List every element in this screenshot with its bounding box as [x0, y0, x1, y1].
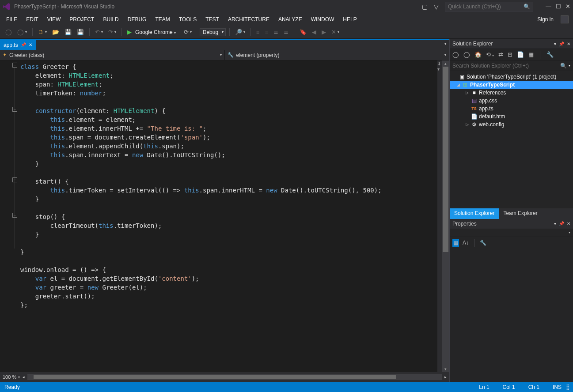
resize-grip-icon[interactable]: ⣿ [566, 384, 569, 390]
menu-view[interactable]: VIEW [43, 15, 65, 24]
hscroll-left-icon[interactable]: ◂ [23, 375, 25, 379]
tree-project-node[interactable]: ◢ ⊞ PhaserTypeScript [450, 81, 573, 89]
autohide-icon[interactable]: 📌 [559, 221, 564, 226]
minimize-button[interactable]: — [546, 3, 551, 10]
chevron-right-icon[interactable]: ▷ [465, 90, 469, 95]
search-icon[interactable]: 🔍 [524, 4, 530, 10]
tab-solution-explorer[interactable]: Solution Explorer [450, 208, 499, 219]
forward-icon[interactable]: ◯ [463, 51, 470, 58]
zoom-level[interactable]: 100 % [3, 374, 16, 380]
menu-team[interactable]: TEAM [151, 15, 174, 24]
run-target-dropdown[interactable]: Google Chrome [135, 29, 176, 35]
menu-project[interactable]: PROJECT [65, 15, 99, 24]
bookmark-button[interactable]: 🔖 [298, 28, 308, 36]
menu-analyze[interactable]: ANALYZE [274, 15, 307, 24]
close-panel-icon[interactable]: ✕ [567, 41, 570, 46]
categorized-icon[interactable]: ▦ [452, 239, 459, 247]
menu-tools[interactable]: TOOLS [175, 15, 201, 24]
tree-solution-node[interactable]: ▣ Solution 'PhaserTypeScript' (1 project… [450, 73, 573, 81]
clear-bookmarks-button[interactable]: ✕ [330, 28, 341, 36]
preview-icon[interactable]: 🔧 [546, 51, 554, 58]
back-icon[interactable]: ◯ [452, 51, 459, 58]
tree-item-webconfig[interactable]: ▷ ⚙ web.config [450, 121, 573, 128]
open-file-button[interactable]: 📂 [50, 28, 61, 36]
indent-button[interactable]: ≣ [272, 28, 280, 36]
browser-refresh-button[interactable]: ⟳ [182, 28, 194, 36]
redo-button[interactable]: ↷ [106, 28, 118, 36]
tree-item-references[interactable]: ▷ ■ References [450, 89, 573, 97]
solution-search-input[interactable] [452, 63, 560, 69]
menu-build[interactable]: BUILD [99, 15, 123, 24]
avatar-icon[interactable] [561, 15, 569, 23]
tree-item-appts[interactable]: TS app.ts [450, 105, 573, 113]
feedback-icon[interactable]: ▽ [434, 3, 439, 10]
uncomment-button[interactable]: ≡ [263, 28, 270, 36]
outdent-button[interactable]: ≣ [282, 28, 290, 36]
home-icon[interactable]: 🏠 [474, 51, 482, 58]
menu-debug[interactable]: DEBUG [123, 15, 151, 24]
menu-test[interactable]: TEST [201, 15, 224, 24]
vertical-scrollbar[interactable]: ▴ ▾ [442, 60, 449, 372]
tree-item-defaulthtm[interactable]: 📄 default.htm [450, 113, 573, 121]
code-editor[interactable]: class Greeter { element: HTMLElement; sp… [19, 60, 437, 372]
sign-in-link[interactable]: Sign in [533, 15, 558, 24]
status-ins[interactable]: INS [553, 384, 562, 390]
properties-icon[interactable]: ▦ [528, 51, 534, 58]
tab-team-explorer[interactable]: Team Explorer [499, 208, 542, 219]
sync-icon[interactable]: ⟲ [486, 51, 494, 58]
pin-icon[interactable]: 📌 [21, 42, 26, 47]
alphabetical-icon[interactable]: A↓ [463, 240, 469, 246]
quick-launch-input[interactable] [448, 4, 524, 10]
zoom-dropdown-icon[interactable]: ▾ [18, 375, 20, 379]
undo-button[interactable]: ↶ [93, 28, 105, 36]
find-in-files-button[interactable]: 🔎 [233, 28, 247, 36]
fold-toggle[interactable]: − [12, 177, 17, 182]
nav-forward-button[interactable]: ◯ [15, 28, 29, 36]
menu-file[interactable]: FILE [2, 15, 22, 24]
prev-bookmark-button[interactable]: ◀ [310, 28, 318, 36]
save-all-button[interactable]: 💾 [75, 28, 86, 36]
nav-member-dropdown[interactable]: 🔧 element (property) [225, 50, 450, 60]
notifications-icon[interactable]: ▢ [422, 3, 428, 10]
refresh-icon[interactable]: ⇄ [498, 51, 503, 58]
menu-architecture[interactable]: ARCHITECTURE [224, 15, 274, 24]
expand-icon[interactable]: ▾ [437, 67, 442, 71]
dropdown-icon[interactable]: ▾ [569, 230, 570, 234]
editor-tab-appts[interactable]: app.ts 📌 ✕ [0, 40, 36, 50]
solution-search[interactable]: 🔍 ▾ [450, 60, 573, 71]
split-handle[interactable]: ⬍ ▾ [437, 60, 442, 372]
collapse-all-icon[interactable]: ⊟ [508, 51, 512, 58]
maximize-button[interactable]: ☐ [556, 3, 561, 10]
tree-item-appcss[interactable]: ▤ app.css [450, 97, 573, 105]
show-all-icon[interactable]: 📄 [517, 51, 524, 58]
nav-scope-dropdown[interactable]: ✦ Greeter (class) [0, 50, 225, 60]
save-button[interactable]: 💾 [63, 28, 73, 36]
chevron-right-icon[interactable]: ▷ [465, 122, 469, 127]
search-icon[interactable]: 🔍 [560, 63, 567, 69]
fold-toggle[interactable]: − [12, 213, 17, 218]
fold-toggle[interactable]: − [12, 107, 17, 112]
window-position-icon[interactable]: ▾ [554, 221, 556, 226]
config-dropdown[interactable]: Debug [200, 28, 226, 36]
property-pages-icon[interactable]: 🔧 [480, 240, 486, 246]
more-icon[interactable]: — [558, 51, 564, 58]
fold-toggle[interactable]: − [12, 63, 17, 68]
next-bookmark-button[interactable]: ▶ [320, 28, 328, 36]
window-position-icon[interactable]: ▾ [554, 41, 556, 46]
menu-edit[interactable]: EDIT [22, 15, 42, 24]
nav-back-button[interactable]: ◯ [4, 28, 14, 36]
chevron-down-icon[interactable]: ◢ [456, 83, 460, 87]
hscroll-right-icon[interactable]: ▸ [444, 375, 447, 379]
quick-launch[interactable]: 🔍 [445, 2, 533, 11]
close-icon[interactable]: ✕ [29, 42, 32, 47]
close-button[interactable]: ✕ [565, 3, 570, 10]
split-icon[interactable]: ⬍ [437, 61, 442, 66]
menu-window[interactable]: WINDOW [307, 15, 339, 24]
close-panel-icon[interactable]: ✕ [567, 221, 570, 226]
menu-help[interactable]: HELP [338, 15, 361, 24]
search-dropdown-icon[interactable]: ▾ [569, 64, 570, 68]
horizontal-scrollbar[interactable] [27, 374, 442, 380]
new-project-button[interactable]: 🗋 [36, 28, 49, 36]
comment-button[interactable]: ≡ [254, 28, 262, 36]
autohide-icon[interactable]: 📌 [559, 41, 564, 46]
